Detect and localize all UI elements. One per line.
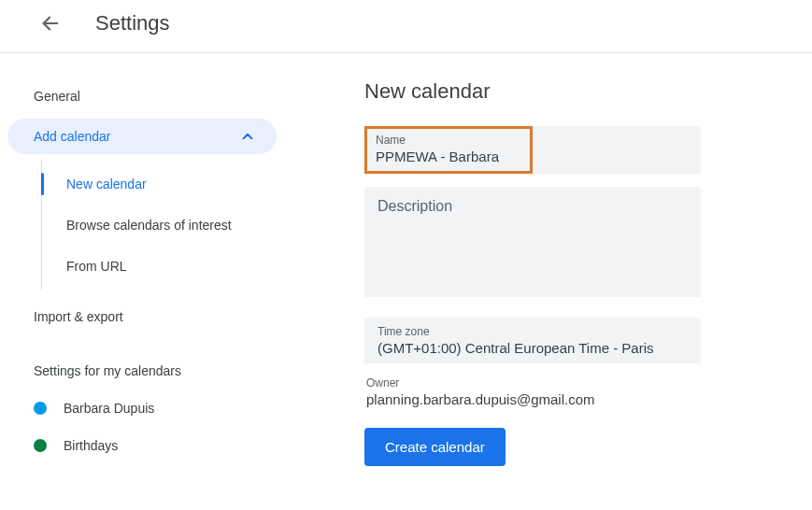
calendar-row-birthdays[interactable]: Birthdays	[7, 427, 280, 464]
name-field-container: Name	[364, 126, 701, 174]
my-calendars-heading: Settings for my calendars	[7, 333, 280, 390]
name-input[interactable]	[376, 149, 521, 164]
description-placeholder: Description	[378, 198, 452, 214]
arrow-left-icon	[40, 13, 61, 34]
sidebar-item-browse-calendars[interactable]: Browse calendars of interest	[42, 205, 280, 246]
description-field[interactable]: Description	[364, 187, 701, 297]
calendar-label: Barbara Dupuis	[64, 401, 154, 416]
timezone-field[interactable]: Time zone (GMT+01:00) Central European T…	[364, 318, 701, 363]
sidebar-item-add-calendar[interactable]: Add calendar	[7, 119, 277, 154]
panel-heading: New calendar	[364, 79, 719, 104]
calendar-color-dot	[34, 439, 47, 452]
settings-sidebar: General Add calendar New calendar Browse…	[0, 79, 280, 466]
owner-value: planning.barbara.dupuis@gmail.com	[366, 391, 719, 407]
add-calendar-label: Add calendar	[34, 129, 111, 144]
back-button[interactable]	[39, 12, 62, 35]
sidebar-item-import-export[interactable]: Import & export	[7, 300, 280, 333]
chevron-up-icon	[239, 128, 256, 145]
name-label: Name	[376, 134, 521, 147]
calendar-row-barbara[interactable]: Barbara Dupuis	[7, 390, 280, 427]
sidebar-item-from-url[interactable]: From URL	[42, 246, 280, 287]
page-title: Settings	[95, 11, 170, 35]
calendar-label: Birthdays	[64, 438, 118, 453]
sidebar-item-new-calendar[interactable]: New calendar	[42, 163, 280, 205]
name-field[interactable]: Name	[364, 126, 533, 174]
owner-label: Owner	[366, 376, 719, 390]
new-calendar-panel: New calendar Name Description Time zone …	[280, 79, 729, 466]
timezone-value: (GMT+01:00) Central European Time - Pari…	[378, 340, 688, 356]
add-calendar-submenu: New calendar Browse calendars of interes…	[41, 160, 280, 290]
settings-header: Settings	[0, 0, 812, 53]
create-calendar-button[interactable]: Create calendar	[364, 428, 506, 466]
timezone-label: Time zone	[378, 325, 688, 338]
owner-field: Owner planning.barbara.dupuis@gmail.com	[364, 376, 719, 407]
calendar-color-dot	[34, 402, 47, 415]
sidebar-item-general[interactable]: General	[7, 79, 280, 113]
